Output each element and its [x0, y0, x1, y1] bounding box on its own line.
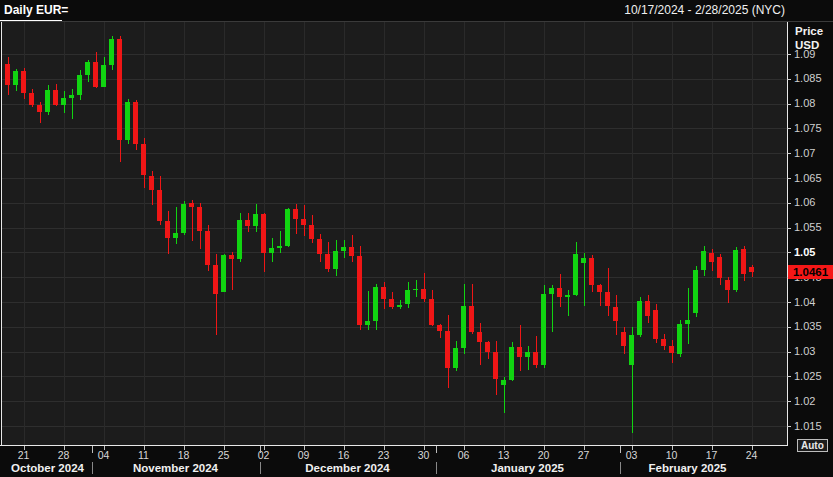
candle-wick: [480, 323, 481, 365]
date-axis-label: 20: [538, 449, 550, 461]
candlestick: [549, 288, 554, 294]
candlestick: [229, 255, 234, 260]
month-boundary-tick: [260, 446, 261, 453]
date-gridline: [544, 22, 545, 445]
candlestick: [133, 102, 138, 145]
candlestick: [533, 352, 538, 366]
candle-wick: [176, 207, 177, 245]
candlestick: [93, 62, 98, 86]
candlestick: [269, 248, 274, 254]
price-axis[interactable]: [788, 22, 833, 446]
date-gridline: [584, 22, 585, 445]
price-axis-label: 1.025: [794, 370, 822, 382]
candlestick: [357, 256, 362, 325]
candlestick: [629, 335, 634, 365]
candlestick: [421, 289, 426, 299]
candlestick: [301, 219, 306, 225]
price-gridline: [1, 327, 787, 328]
date-axis-label: 06: [458, 449, 470, 461]
month-label: December 2024: [305, 462, 389, 474]
candlestick: [85, 62, 90, 75]
date-gridline: [344, 22, 345, 445]
date-axis-label: 30: [418, 449, 430, 461]
candlestick: [37, 105, 42, 113]
price-axis-tick: [787, 426, 791, 427]
date-gridline: [464, 22, 465, 445]
price-axis-label: 1.09: [794, 48, 815, 60]
month-label: February 2025: [649, 462, 727, 474]
candlestick: [381, 287, 386, 299]
month-label: January 2025: [491, 462, 564, 474]
candlestick: [509, 347, 514, 380]
candlestick: [445, 331, 450, 368]
candle-wick: [528, 346, 529, 371]
candlestick: [581, 258, 586, 264]
price-axis-label: 1.06: [794, 196, 815, 208]
candlestick: [661, 339, 666, 346]
price-axis-tick: [787, 153, 791, 154]
candlestick: [557, 288, 562, 297]
candlestick: [749, 267, 754, 272]
candlestick: [501, 380, 506, 385]
candlestick: [693, 270, 698, 313]
month-boundary-tick: [620, 446, 621, 453]
price-axis-tick: [787, 54, 791, 55]
date-axis-label: 25: [218, 449, 230, 461]
candlestick: [325, 254, 330, 268]
month-boundary-tick: [92, 446, 93, 453]
date-axis-label: 04: [98, 449, 110, 461]
price-axis-label: 1.03: [794, 345, 815, 357]
price-axis-label: 1.02: [794, 395, 815, 407]
candlestick: [317, 239, 322, 254]
candlestick-plot-area[interactable]: [1, 22, 787, 445]
price-gridline: [1, 252, 787, 253]
candlestick: [589, 258, 594, 285]
chart-titlebar: Daily EUR= 10/17/2024 - 2/28/2025 (NYC): [0, 0, 833, 22]
candlestick: [733, 250, 738, 290]
date-gridline: [712, 22, 713, 445]
month-boundary-tick: [436, 446, 437, 453]
plot-frame-left: [1, 22, 2, 446]
candlestick: [253, 214, 258, 226]
candlestick: [437, 325, 442, 331]
month-separator: [260, 462, 261, 474]
candlestick: [341, 247, 346, 252]
date-axis-label: 09: [298, 449, 310, 461]
price-axis-tick: [787, 104, 791, 105]
candlestick: [189, 203, 194, 207]
candlestick: [573, 254, 578, 295]
candlestick: [245, 220, 250, 226]
date-gridline: [752, 22, 753, 445]
candlestick: [485, 342, 490, 351]
candlestick: [677, 324, 682, 354]
price-axis-tick: [787, 79, 791, 80]
date-gridline: [424, 22, 425, 445]
price-axis-tick: [787, 128, 791, 129]
auto-scale-button[interactable]: Auto: [797, 439, 828, 452]
candlestick: [493, 352, 498, 380]
candlestick: [173, 233, 178, 238]
candlestick: [621, 332, 626, 346]
chart-title: Daily EUR=: [4, 3, 68, 17]
price-axis-label: 1.08: [794, 97, 815, 109]
candle-wick: [688, 288, 689, 344]
candlestick: [605, 292, 610, 306]
candlestick: [221, 255, 226, 292]
month-separator: [92, 462, 93, 474]
date-gridline: [144, 22, 145, 445]
candlestick: [477, 332, 482, 342]
candlestick: [429, 299, 434, 325]
candlestick: [53, 90, 58, 105]
candlestick: [277, 246, 282, 248]
candlestick: [293, 209, 298, 219]
date-gridline: [672, 22, 673, 445]
price-gridline: [1, 401, 787, 402]
date-axis-label: 27: [578, 449, 590, 461]
candle-wick: [72, 89, 73, 120]
plot-frame-bottom: [0, 445, 788, 446]
candlestick: [45, 90, 50, 112]
candlestick: [365, 321, 370, 326]
date-gridline: [224, 22, 225, 445]
chart-window: Daily EUR= 10/17/2024 - 2/28/2025 (NYC) …: [0, 0, 833, 477]
date-axis-label: 03: [626, 449, 638, 461]
